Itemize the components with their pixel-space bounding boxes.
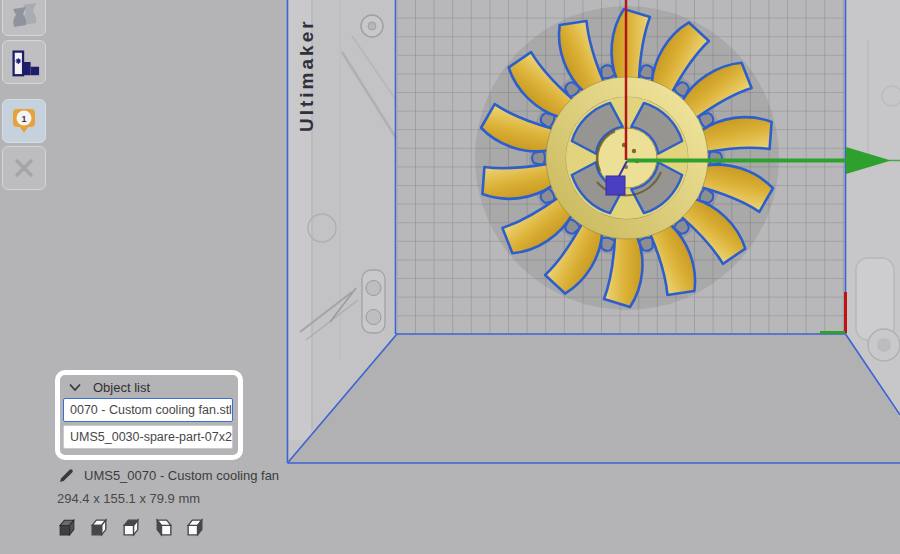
close-icon <box>11 155 37 181</box>
view-3d-icon <box>57 517 78 538</box>
pencil-icon[interactable] <box>59 468 74 483</box>
object-list-item[interactable]: UMS5_0030-spare-part-07x2... <box>63 425 233 449</box>
view-front-button[interactable] <box>89 517 110 538</box>
mirror-icon <box>9 0 39 29</box>
mirror-tool-button[interactable] <box>2 0 46 36</box>
view-right-icon <box>185 517 206 538</box>
object-list-item-selected[interactable]: 0070 - Custom cooling fan.stl <box>63 398 233 422</box>
selected-model-name-row: UMS5_0070 - Custom cooling fan <box>59 468 279 483</box>
object-list-title: Object list <box>93 380 150 395</box>
cura-slicer-window: Ultimaker <box>0 0 900 554</box>
per-model-settings-tool-button[interactable] <box>2 40 46 84</box>
extruder-pin-icon: 1 <box>10 107 38 135</box>
view-top-icon <box>121 517 142 538</box>
object-list-panel: Object list 0070 - Custom cooling fan.st… <box>55 370 243 460</box>
remove-tool-button <box>2 146 46 190</box>
camera-view-toolbar <box>57 517 206 538</box>
object-list-header[interactable]: Object list <box>60 375 238 398</box>
move-tool-center-handle[interactable] <box>606 176 625 195</box>
view-top-button[interactable] <box>121 517 142 538</box>
selected-model-dimensions: 294.4 x 155.1 x 79.9 mm <box>57 491 200 506</box>
view-3d-button[interactable] <box>57 517 78 538</box>
selected-model-name: UMS5_0070 - Custom cooling fan <box>84 468 279 483</box>
view-right-button[interactable] <box>185 517 206 538</box>
extruder-1-marker-button[interactable]: 1 <box>2 99 46 143</box>
view-left-button[interactable] <box>153 517 174 538</box>
view-front-icon <box>89 517 110 538</box>
printer-brand-text: Ultimaker <box>296 18 317 132</box>
per-model-settings-icon <box>7 45 41 79</box>
chevron-down-icon <box>69 383 81 392</box>
view-left-icon <box>153 517 174 538</box>
svg-text:1: 1 <box>21 114 26 124</box>
